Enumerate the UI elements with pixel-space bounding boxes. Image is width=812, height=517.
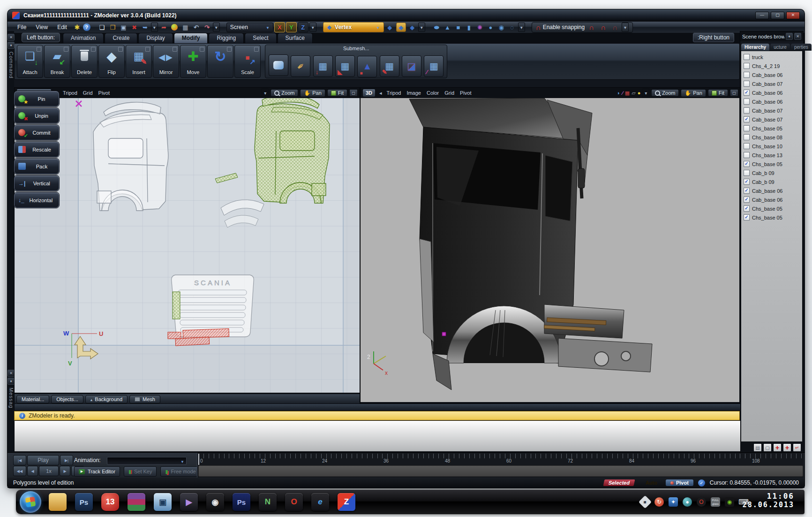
vertex-paint-button[interactable] bbox=[396, 23, 406, 32]
tab-animation[interactable]: Animation bbox=[63, 33, 104, 43]
shading-mode-icon[interactable] bbox=[617, 90, 620, 96]
wireframe-mode-icon[interactable] bbox=[622, 90, 623, 96]
taskbar-explorer-icon[interactable] bbox=[49, 493, 67, 511]
scene-node-row[interactable]: Chs_base 08 bbox=[742, 133, 801, 142]
taskbar-clock[interactable]: 11:06 28.06.2013 bbox=[738, 492, 794, 509]
skip-start-button[interactable] bbox=[13, 455, 26, 465]
tool-rotate-button[interactable] bbox=[207, 45, 233, 78]
taskbar-app13-icon[interactable]: 13 bbox=[101, 493, 119, 511]
snap-vertex-button[interactable] bbox=[587, 23, 596, 31]
node-checkbox[interactable] bbox=[744, 107, 750, 114]
help-icon[interactable] bbox=[83, 23, 90, 31]
tray-opera-icon[interactable]: O bbox=[697, 497, 706, 507]
primitive-disc-button[interactable] bbox=[432, 23, 441, 31]
track-editor-button[interactable]: Track Editor bbox=[74, 466, 120, 477]
scene-node-row[interactable]: Chs_base 10 bbox=[742, 142, 801, 151]
tab-hierarchy[interactable]: Hierarchy bbox=[741, 44, 769, 51]
playhead[interactable] bbox=[198, 454, 199, 465]
uv-menu-pivot[interactable]: Pivot bbox=[98, 90, 111, 96]
confirm-icon[interactable] bbox=[698, 479, 705, 487]
screen-mode-dropdown[interactable]: Screen bbox=[226, 23, 273, 32]
save-button[interactable] bbox=[119, 23, 128, 31]
tab-background[interactable]: Background bbox=[85, 395, 128, 403]
command-panel-label[interactable]: Command bbox=[8, 52, 14, 79]
tab-create[interactable]: Create bbox=[105, 33, 137, 43]
new-file-button[interactable] bbox=[98, 23, 106, 31]
scene-node-row[interactable]: Cab_base 07 bbox=[742, 106, 801, 115]
scene-close-button[interactable] bbox=[794, 33, 801, 40]
tool-insert-button[interactable]: Insert bbox=[126, 45, 152, 78]
3d-menu-grid[interactable]: Grid bbox=[444, 90, 455, 96]
lighting-icon[interactable] bbox=[638, 90, 641, 96]
scene-panel-titlebar[interactable]: Scene nodes brow... bbox=[740, 31, 803, 41]
taskbar-winrar-icon[interactable] bbox=[128, 493, 145, 511]
display-options-button[interactable] bbox=[642, 88, 649, 98]
submesh-tool-3[interactable] bbox=[313, 55, 333, 77]
uv-maximize-button[interactable] bbox=[349, 89, 358, 97]
scene-node-row[interactable]: Chs_base 05 bbox=[742, 213, 801, 222]
animation-dropdown[interactable] bbox=[107, 457, 187, 465]
taskbar-zmodeler-icon[interactable]: Z bbox=[338, 493, 355, 511]
3d-menu-image[interactable]: Image bbox=[406, 90, 422, 96]
step-back-button[interactable] bbox=[27, 466, 38, 476]
scene-pin-button[interactable] bbox=[786, 33, 793, 40]
tool-scale-button[interactable]: Scale bbox=[234, 45, 261, 78]
timeline[interactable]: 0 12 24 36 48 60 72 84 96 108 bbox=[197, 453, 804, 478]
scene-node-row[interactable]: Cab_base 06 bbox=[742, 195, 801, 204]
tab-structure[interactable]: ucture bbox=[770, 44, 790, 51]
rewind-button[interactable] bbox=[13, 466, 26, 476]
uv-menu-tripod[interactable]: Tripod bbox=[62, 90, 78, 96]
uv-vertical-button[interactable]: Vertical bbox=[14, 175, 59, 191]
3d-zoom-button[interactable]: Zoom bbox=[651, 89, 679, 97]
taskbar-gimp-icon[interactable]: ◉ bbox=[206, 493, 224, 511]
tray-sync-icon[interactable]: ↻ bbox=[654, 497, 664, 507]
tab-rigging[interactable]: Rigging bbox=[209, 33, 244, 43]
node-checkbox[interactable] bbox=[744, 125, 750, 131]
vertex-weld-button[interactable] bbox=[408, 23, 417, 31]
snap-grid-button[interactable] bbox=[610, 23, 619, 31]
node-checkbox[interactable] bbox=[744, 143, 750, 149]
title-bar[interactable]: Скания1111111111111111 - ZModeler ver 3.… bbox=[8, 9, 804, 22]
maximize-button[interactable] bbox=[771, 12, 784, 19]
step-forward-button[interactable] bbox=[60, 466, 70, 476]
tab-properties[interactable]: perties bbox=[791, 44, 812, 51]
3d-menu-pivot[interactable]: Pivot bbox=[459, 90, 472, 96]
open-button[interactable] bbox=[108, 23, 117, 31]
messages-panel-label[interactable]: Messag bbox=[8, 388, 14, 409]
taskbar-vegas-icon[interactable]: ▶ bbox=[180, 493, 198, 511]
node-checkbox[interactable] bbox=[744, 152, 750, 158]
3d-menu-color[interactable]: Color bbox=[426, 90, 440, 96]
scene-node-row[interactable]: Chs_4_2 19 bbox=[742, 61, 801, 70]
submesh-group-header[interactable]: Submesh... bbox=[265, 46, 447, 53]
snapping-label[interactable]: Enable snapping bbox=[543, 24, 585, 30]
uv-pan-button[interactable]: Pan bbox=[300, 89, 325, 97]
node-checkbox[interactable] bbox=[744, 214, 750, 220]
tool-move-button[interactable]: Move bbox=[180, 45, 206, 78]
taskbar-photo-viewer-icon[interactable]: ▣ bbox=[154, 493, 172, 511]
node-checkbox[interactable] bbox=[744, 63, 750, 69]
horizontal-scrollbar[interactable] bbox=[14, 403, 741, 411]
render-button[interactable] bbox=[170, 23, 179, 31]
node-checkbox[interactable] bbox=[744, 161, 750, 167]
3d-view-label[interactable]: 3D bbox=[362, 89, 376, 97]
taskbar-opera-icon[interactable]: O bbox=[285, 493, 303, 511]
snapping-options-button[interactable] bbox=[622, 23, 629, 32]
axis-z-button[interactable]: Z bbox=[298, 22, 308, 32]
scene-node-row[interactable]: Cab_base 06 bbox=[742, 97, 801, 106]
skip-end-button[interactable] bbox=[60, 455, 73, 465]
export-button[interactable] bbox=[159, 23, 168, 31]
primitive-cylinder-button[interactable] bbox=[465, 23, 474, 31]
scene-node-row[interactable]: Chs_base 05 bbox=[742, 204, 801, 213]
node-checkbox[interactable] bbox=[744, 116, 750, 122]
pivot-badge[interactable]: Pivot bbox=[666, 479, 693, 486]
submesh-tool-8[interactable] bbox=[424, 55, 444, 77]
scene-tool-list-button[interactable] bbox=[753, 443, 762, 452]
node-checkbox[interactable] bbox=[744, 170, 750, 176]
uv-menu-grid[interactable]: Grid bbox=[82, 90, 94, 96]
scene-node-row[interactable]: Chs_base 13 bbox=[742, 151, 801, 160]
auto-badge[interactable]: Auto bbox=[641, 479, 662, 486]
edit-mode-dropdown[interactable]: Vertex bbox=[323, 22, 384, 32]
menu-edit[interactable]: Edit bbox=[53, 23, 71, 31]
messages-area[interactable] bbox=[14, 421, 741, 452]
scene-node-row[interactable]: Cab_base 06 bbox=[742, 70, 801, 79]
